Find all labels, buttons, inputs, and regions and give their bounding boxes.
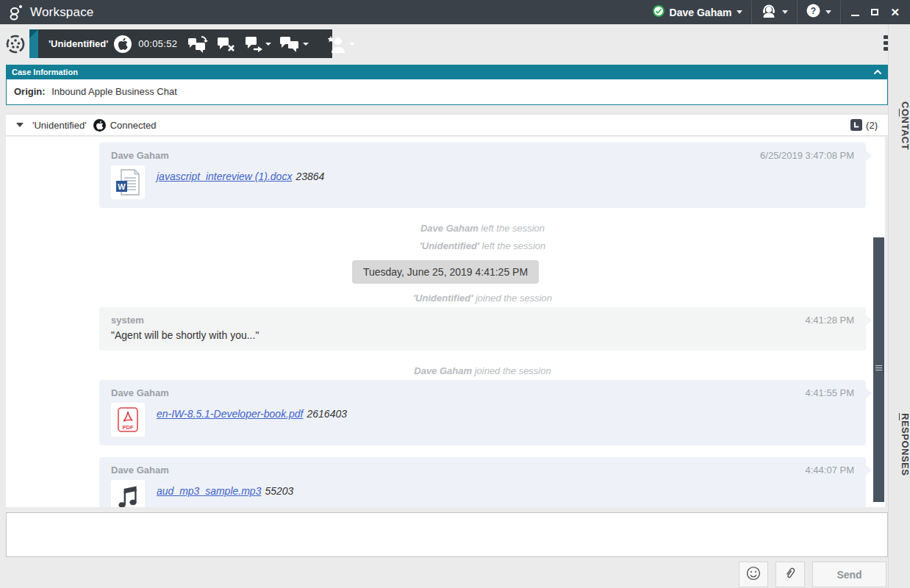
interaction-wheel-icon[interactable]	[5, 34, 26, 57]
tab-label-part: ESPONSES	[900, 420, 910, 476]
end-chat-icon[interactable]	[214, 33, 239, 55]
titlebar: Workspace Dave Gaham	[0, 0, 910, 24]
maximize-button[interactable]	[871, 9, 878, 15]
event-party-name: 'Unidentified'	[413, 293, 473, 304]
event-text: joined the session	[473, 293, 552, 304]
event-party-name: Dave Gaham	[420, 223, 479, 234]
interaction-party-name: 'Unidentified'	[49, 38, 108, 49]
svg-text:PDF: PDF	[123, 424, 134, 431]
paperclip-icon	[783, 566, 798, 584]
word-doc-icon[interactable]: W	[111, 165, 145, 199]
composer-input[interactable]	[6, 512, 888, 557]
pending-response-count: (2)	[866, 120, 878, 131]
apple-business-chat-icon	[114, 35, 132, 53]
party-status-row: 'Unidentified' Connected (2)	[6, 114, 888, 136]
conference-chat-icon[interactable]	[276, 33, 311, 55]
chat-message: Dave Gaham4:41:55 PM PDF en-IW-8.5.1-Dev…	[99, 380, 866, 445]
tab-label-key: O	[900, 109, 910, 117]
session-event: Dave Gaham joined the session	[99, 362, 866, 380]
chat-transcript[interactable]: Dave Gaham6/25/2019 3:47:08 PM W javascr…	[6, 137, 885, 507]
date-divider-label: Tuesday, June 25, 2019 4:41:25 PM	[352, 260, 539, 284]
tab-label-key: R	[900, 413, 910, 420]
date-divider: Tuesday, June 25, 2019 4:41:25 PM	[6, 260, 885, 284]
attachment-size: 55203	[265, 485, 293, 497]
origin-value: Inbound Apple Business Chat	[51, 86, 177, 97]
message-timestamp: 4:44:07 PM	[806, 465, 855, 476]
send-button-label: Send	[836, 569, 861, 581]
collapse-chevron-up-icon[interactable]	[873, 68, 882, 76]
message-text: "Agent will be shortly with you..."	[99, 326, 866, 351]
origin-label: Origin:	[14, 86, 46, 97]
message-timestamp: 4:41:28 PM	[806, 315, 855, 326]
svg-text:W: W	[118, 182, 126, 191]
send-button[interactable]: Send	[812, 562, 886, 587]
event-text: joined the session	[472, 365, 551, 376]
chevron-down-icon	[303, 43, 309, 46]
case-information-body: Origin: Inbound Apple Business Chat	[6, 79, 888, 105]
workspace-logo-icon	[9, 4, 24, 21]
transfer-chat-icon[interactable]	[242, 33, 273, 55]
interaction-color-stripe	[29, 29, 38, 58]
chevron-down-icon	[825, 10, 831, 14]
attachment-link[interactable]: javascript_intereview (1).docx	[157, 171, 292, 182]
interaction-toolbar-row: 'Unidentified' 00:05:52	[0, 24, 910, 63]
chat-message: Dave Gaham4:44:07 PM aud_mp3_sample.mp35…	[99, 457, 866, 507]
pending-response-icon	[850, 119, 862, 131]
interaction-timer: 00:05:52	[138, 38, 177, 49]
event-party-name: Dave Gaham	[414, 365, 472, 376]
message-timestamp: 4:41:55 PM	[806, 387, 855, 398]
svg-text:?: ?	[811, 6, 816, 16]
case-information-title: Case Information	[12, 68, 78, 76]
tab-label-part: NTACT	[900, 116, 910, 150]
tab-label-part: C	[900, 101, 910, 109]
agent-status-menu[interactable]: Dave Gaham	[644, 0, 752, 24]
session-event: 'Unidentified' joined the session	[99, 290, 866, 307]
apple-channel-icon	[93, 119, 106, 132]
message-sender: Dave Gaham	[111, 387, 169, 398]
system-message: system4:41:28 PM"Agent will be shortly w…	[99, 307, 866, 351]
attach-file-button[interactable]	[775, 562, 805, 587]
chevron-down-icon	[737, 10, 742, 14]
active-interaction-bar[interactable]: 'Unidentified' 00:05:52	[29, 29, 332, 58]
collapse-chevron-down-icon[interactable]	[16, 123, 24, 127]
message-sender: system	[111, 315, 144, 326]
attachment-link[interactable]: en-IW-8.5.1-Developer-book.pdf	[157, 408, 303, 420]
app-title: Workspace	[30, 5, 94, 20]
chevron-down-icon	[782, 10, 788, 14]
event-text: left the session	[479, 223, 545, 234]
scrollbar-thumb[interactable]	[873, 237, 884, 502]
attachment-link[interactable]: aud_mp3_sample.mp3	[157, 485, 261, 497]
party-connection-status: Connected	[110, 120, 157, 131]
minimize-button[interactable]	[851, 15, 859, 16]
case-information-panel: Case Information Origin: Inbound Apple B…	[6, 65, 888, 105]
message-sender: Dave Gaham	[111, 465, 169, 476]
tab-responses[interactable]: RESPONSES	[889, 406, 910, 483]
emoji-button[interactable]	[739, 562, 768, 587]
supervision-menu[interactable]	[752, 0, 797, 24]
consultation-icon[interactable]	[323, 33, 357, 55]
chevron-down-icon	[265, 43, 271, 46]
case-information-header[interactable]: Case Information	[6, 65, 888, 79]
chevron-down-icon	[349, 43, 355, 46]
attachment-size: 2616403	[307, 408, 347, 420]
side-tab-strip: CONTACT RESPONSES	[888, 24, 910, 588]
message-sender: Dave Gaham	[111, 150, 169, 161]
tab-contact[interactable]: CONTACT	[889, 89, 910, 162]
message-timestamp: 6/25/2019 3:47:08 PM	[760, 150, 854, 161]
close-button[interactable]: ✕	[890, 7, 900, 18]
event-text: left the session	[479, 240, 545, 251]
session-event: Dave Gaham left the session	[99, 220, 866, 237]
emoji-smiley-icon	[746, 566, 761, 584]
pdf-icon[interactable]: PDF	[111, 403, 145, 437]
session-event: 'Unidentified' left the session	[99, 237, 866, 255]
agent-status-ready-icon	[653, 5, 664, 20]
instant-chat-transfer-icon[interactable]	[184, 33, 211, 55]
user-name: Dave Gaham	[670, 7, 732, 18]
scrollbar-grip-icon	[875, 365, 882, 370]
help-menu[interactable]: ?	[798, 0, 840, 24]
party-name: 'Unidentified'	[32, 120, 87, 131]
audio-icon[interactable]	[111, 480, 145, 507]
help-icon: ?	[806, 4, 820, 21]
attachment-size: 23864	[295, 171, 324, 182]
supervisor-headset-icon	[761, 4, 777, 21]
